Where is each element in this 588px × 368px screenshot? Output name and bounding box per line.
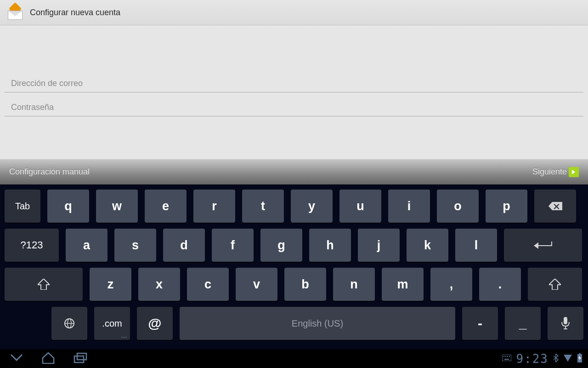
- key-g[interactable]: g: [260, 229, 302, 262]
- key-y[interactable]: y: [291, 190, 333, 223]
- key-m[interactable]: m: [382, 268, 424, 301]
- key-p[interactable]: p: [486, 190, 527, 223]
- key-s[interactable]: s: [114, 229, 156, 262]
- enter-icon: [534, 241, 552, 250]
- wifi-icon: [563, 354, 572, 364]
- next-button[interactable]: Siguiente: [532, 167, 579, 177]
- key-voice[interactable]: [548, 307, 583, 340]
- key-o[interactable]: o: [437, 190, 479, 223]
- svg-rect-3: [564, 317, 567, 324]
- key-shift-right[interactable]: [528, 268, 582, 301]
- key-tab[interactable]: Tab: [5, 190, 40, 223]
- key-d[interactable]: d: [163, 229, 205, 262]
- svg-rect-9: [503, 356, 504, 357]
- password-field[interactable]: [5, 100, 583, 116]
- key-enter[interactable]: [504, 229, 582, 262]
- key-t[interactable]: t: [242, 190, 284, 223]
- keyboard-indicator-icon[interactable]: [502, 355, 511, 363]
- page-title: Configurar nueva cuenta: [30, 8, 120, 17]
- globe-icon: [64, 318, 75, 329]
- shift-icon: [38, 279, 50, 290]
- svg-rect-10: [505, 356, 506, 357]
- key-w[interactable]: w: [96, 190, 138, 223]
- home-icon[interactable]: [41, 352, 55, 366]
- key-language[interactable]: [51, 307, 87, 340]
- manual-config-button[interactable]: Configuración manual: [9, 167, 90, 177]
- key-dash[interactable]: -: [462, 307, 498, 340]
- key-b[interactable]: b: [284, 268, 326, 301]
- svg-rect-12: [509, 356, 510, 357]
- key-z[interactable]: z: [90, 268, 131, 301]
- backspace-icon: [548, 202, 562, 210]
- app-header: Configurar nueva cuenta: [0, 0, 588, 25]
- key-e[interactable]: e: [145, 190, 187, 223]
- back-icon[interactable]: [10, 354, 23, 364]
- on-screen-keyboard: Tab q w e r t y u i o p ?123 a s d f g h…: [0, 184, 588, 349]
- key-n[interactable]: n: [333, 268, 375, 301]
- key-x[interactable]: x: [138, 268, 180, 301]
- key-dotcom[interactable]: .com: [94, 307, 130, 340]
- mic-icon: [561, 317, 570, 330]
- action-bar: Configuración manual Siguiente: [0, 159, 588, 184]
- svg-rect-11: [507, 356, 508, 357]
- key-r[interactable]: r: [193, 190, 235, 223]
- account-setup-form: [0, 25, 588, 124]
- recent-apps-icon[interactable]: [74, 352, 87, 365]
- svg-rect-13: [504, 359, 509, 360]
- key-c[interactable]: c: [187, 268, 229, 301]
- key-k[interactable]: k: [407, 229, 448, 262]
- key-q[interactable]: q: [47, 190, 89, 223]
- key-u[interactable]: u: [339, 190, 381, 223]
- key-space[interactable]: English (US): [180, 307, 455, 340]
- email-app-icon: [7, 4, 23, 21]
- next-arrow-icon: [569, 167, 579, 177]
- bluetooth-icon: [553, 353, 559, 364]
- svg-rect-8: [502, 355, 511, 361]
- key-backspace[interactable]: [534, 190, 576, 223]
- status-clock: 9:23: [516, 352, 548, 366]
- key-f[interactable]: f: [212, 229, 254, 262]
- key-l[interactable]: l: [455, 229, 497, 262]
- key-at[interactable]: @: [137, 307, 173, 340]
- key-i[interactable]: i: [388, 190, 430, 223]
- system-nav-bar: 9:23: [0, 349, 588, 368]
- key-a[interactable]: a: [66, 229, 107, 262]
- email-field[interactable]: [5, 76, 583, 92]
- key-h[interactable]: h: [309, 229, 351, 262]
- key-period[interactable]: .: [479, 268, 521, 301]
- key-symbols[interactable]: ?123: [5, 229, 59, 262]
- key-shift-left[interactable]: [5, 268, 83, 301]
- key-j[interactable]: j: [358, 229, 400, 262]
- key-underscore[interactable]: _: [505, 307, 541, 340]
- svg-rect-14: [579, 353, 581, 354]
- shift-icon: [549, 279, 561, 290]
- key-v[interactable]: v: [236, 268, 277, 301]
- battery-icon: [577, 353, 582, 364]
- key-comma[interactable]: ,: [430, 268, 472, 301]
